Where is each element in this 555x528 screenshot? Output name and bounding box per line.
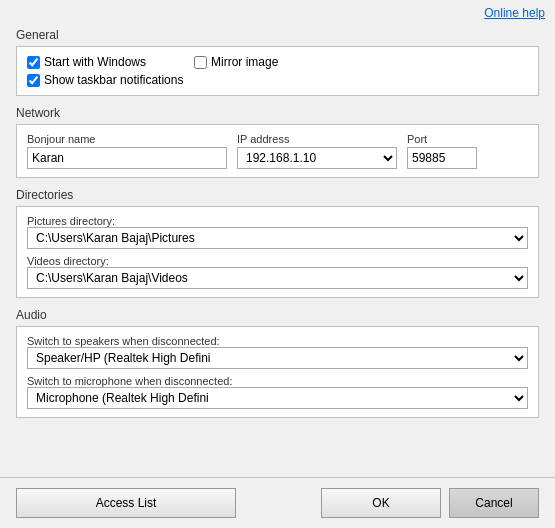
network-section: Network Bonjour name IP address 192.168.… [16,106,539,178]
audio-title: Audio [16,308,539,322]
port-input[interactable] [407,147,477,169]
bonjour-field-group: Bonjour name [27,133,227,169]
cancel-button[interactable]: Cancel [449,488,539,518]
ip-field-group: IP address 192.168.1.10 [237,133,397,169]
port-label: Port [407,133,477,145]
mirror-image-text: Mirror image [211,55,278,69]
pictures-label: Pictures directory: [27,215,528,227]
access-list-button[interactable]: Access List [16,488,236,518]
speaker-select[interactable]: Speaker/HP (Realtek High Defini [27,347,528,369]
bonjour-label: Bonjour name [27,133,227,145]
mirror-image-checkbox[interactable] [194,56,207,69]
pictures-field: Pictures directory: C:\Users\Karan Bajaj… [27,215,528,249]
audio-section: Audio Switch to speakers when disconnect… [16,308,539,418]
mirror-image-label[interactable]: Mirror image [194,55,278,69]
bottom-bar: Access List OK Cancel [0,477,555,528]
mic-field: Switch to microphone when disconnected: … [27,375,528,409]
ip-select[interactable]: 192.168.1.10 [237,147,397,169]
online-help-link[interactable]: Online help [484,6,545,20]
videos-field: Videos directory: C:\Users\Karan Bajaj\V… [27,255,528,289]
network-title: Network [16,106,539,120]
directories-title: Directories [16,188,539,202]
mic-select[interactable]: Microphone (Realtek High Defini [27,387,528,409]
start-with-windows-label[interactable]: Start with Windows [27,55,146,69]
videos-label: Videos directory: [27,255,528,267]
speaker-field: Switch to speakers when disconnected: Sp… [27,335,528,369]
bonjour-input[interactable] [27,147,227,169]
show-taskbar-checkbox[interactable] [27,74,40,87]
port-field-group: Port [407,133,477,169]
ip-label: IP address [237,133,397,145]
directories-section: Directories Pictures directory: C:\Users… [16,188,539,298]
speaker-label: Switch to speakers when disconnected: [27,335,528,347]
start-with-windows-text: Start with Windows [44,55,146,69]
show-taskbar-text: Show taskbar notifications [44,73,183,87]
show-taskbar-label[interactable]: Show taskbar notifications [27,73,183,87]
start-with-windows-checkbox[interactable] [27,56,40,69]
pictures-select[interactable]: C:\Users\Karan Bajaj\Pictures [27,227,528,249]
general-title: General [16,28,539,42]
mic-label: Switch to microphone when disconnected: [27,375,528,387]
ok-button[interactable]: OK [321,488,441,518]
general-section: General Start with Windows Mirror image … [16,28,539,96]
videos-select[interactable]: C:\Users\Karan Bajaj\Videos [27,267,528,289]
